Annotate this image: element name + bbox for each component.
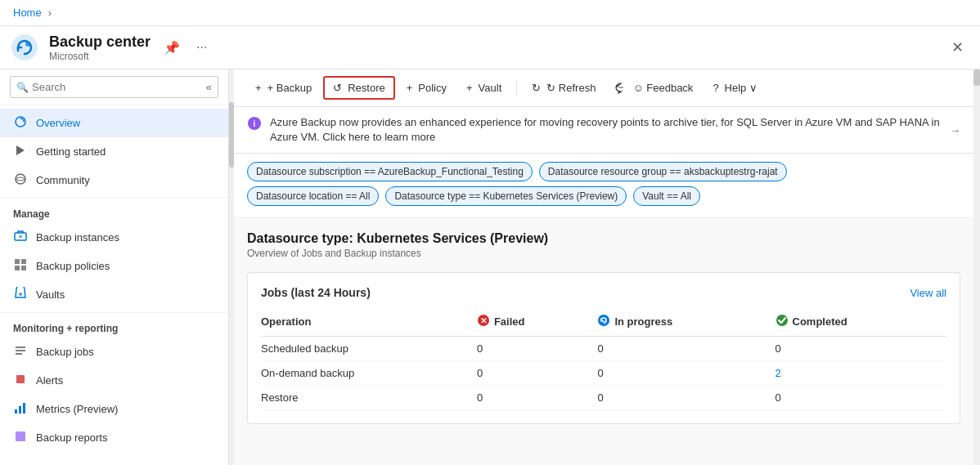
svg-rect-8 [21,259,26,264]
sidebar-label-backup-reports: Backup reports [36,431,107,444]
filter-row-1: Datasource subscription == AzureBackup_F… [247,162,960,181]
svg-rect-18 [23,403,25,414]
backup-center-icon [10,33,39,62]
getting-started-icon [13,144,28,159]
row3-operation: Restore [261,386,477,410]
alerts-icon [13,373,28,388]
help-button[interactable]: ? Help ∨ [704,78,766,98]
backup-label: + Backup [267,82,312,94]
community-icon [13,172,28,188]
toolbar: + + Backup ↺ Restore + Policy + Vault ↻ … [234,69,973,107]
in-progress-col-label: In progress [614,315,672,328]
completed-status-icon [775,314,789,329]
section-title: Datasource type: Kubernetes Services (Pr… [247,231,960,246]
refresh-button[interactable]: ↻ ↻ Refresh [524,78,604,98]
sidebar-item-overview[interactable]: Overview [0,109,228,137]
svg-point-22 [623,87,624,88]
col-operation: Operation [261,309,477,337]
app-subtitle: Microsoft [49,51,151,62]
app-title: Backup center [49,34,151,51]
breadcrumb-separator: › [48,7,52,19]
metrics-icon [13,401,28,417]
manage-section-header: Manage [0,198,228,223]
help-label: Help ∨ [725,82,757,94]
sidebar-label-alerts: Alerts [36,374,63,387]
overview-icon [13,115,28,131]
svg-text:i: i [254,119,256,128]
restore-icon: ↺ [333,82,342,94]
sidebar-label-getting-started: Getting started [36,145,106,158]
sidebar-scrollbar[interactable] [229,69,234,465]
svg-point-11 [19,293,22,296]
backup-button[interactable]: + + Backup [247,78,320,98]
row1-operation: Scheduled backup [261,337,477,361]
filter-location-label: Datasource location == All [256,190,370,202]
filter-chip-datasource-type[interactable]: Datasource type == Kubernetes Services (… [385,186,627,206]
feedback-label: ☺ Feedback [632,82,693,94]
content-scrollbar[interactable] [973,69,980,465]
jobs-header: Jobs (last 24 Hours) View all [261,286,946,299]
sidebar-item-backup-policies[interactable]: Backup policies [0,252,228,280]
search-input[interactable] [10,76,218,98]
sidebar-nav: Overview Getting started Community Manag… [0,105,228,455]
main-content: Datasource type: Kubernetes Services (Pr… [234,218,973,465]
refresh-label: ↻ Refresh [546,82,596,94]
view-all-link[interactable]: View all [910,287,946,299]
row2-failed: 0 [477,361,598,386]
row1-failed: 0 [477,337,598,361]
more-button[interactable]: ··· [193,37,210,58]
feedback-button[interactable]: ☺ Feedback [607,78,701,99]
svg-marker-3 [16,145,25,155]
app-header: Backup center Microsoft 📌 ··· ✕ [0,26,980,69]
sidebar-item-backup-reports[interactable]: Backup reports [0,423,228,452]
vault-button[interactable]: + Vault [458,78,510,98]
col-in-progress: In progress [597,309,775,337]
sidebar-item-backup-jobs[interactable]: Backup jobs [0,338,228,366]
row2-completed[interactable]: 2 [775,361,947,386]
sidebar-item-vaults[interactable]: Vaults [0,280,228,309]
sidebar-item-alerts[interactable]: Alerts [0,366,228,395]
refresh-icon: ↻ [532,82,541,94]
filter-chip-subscription[interactable]: Datasource subscription == AzureBackup_F… [247,162,533,181]
sidebar-item-getting-started[interactable]: Getting started [0,137,228,166]
jobs-table: Operation ✕ Failed [261,309,946,410]
backup-reports-icon [13,430,28,445]
sidebar-search-area: 🔍 « [0,69,228,105]
filter-resource-group-label: Datasource resource group == aksbackupte… [548,166,778,177]
restore-button[interactable]: ↺ Restore [323,76,395,100]
sidebar-item-community[interactable]: Community [0,166,228,194]
filter-subscription-label: Datasource subscription == AzureBackup_F… [256,166,524,177]
row3-in-progress: 0 [597,386,775,410]
notification-icon: i [247,116,262,134]
backup-jobs-icon [13,344,28,360]
row3-failed: 0 [477,386,598,410]
notification-arrow[interactable]: → [950,124,960,136]
sidebar-item-backup-instances[interactable]: Backup instances [0,223,228,252]
jobs-table-header-row: Operation ✕ Failed [261,309,946,337]
svg-rect-17 [19,406,21,414]
in-progress-status-icon [597,314,610,329]
collapse-sidebar-button[interactable]: « [206,81,212,93]
table-row: Scheduled backup 0 0 0 [261,337,946,361]
policy-button[interactable]: + Policy [398,78,455,98]
vault-label: Vault [479,82,502,94]
pin-button[interactable]: 📌 [160,37,183,59]
breadcrumb-home[interactable]: Home [13,7,42,19]
backup-policies-icon [13,258,28,274]
completed-col-label: Completed [793,315,847,328]
svg-rect-15 [16,375,25,383]
row1-in-progress: 0 [597,337,775,361]
filter-chip-vault[interactable]: Vault == All [633,186,700,206]
jobs-card: Jobs (last 24 Hours) View all Operation … [247,272,960,424]
svg-rect-9 [15,266,20,271]
filter-chip-resource-group[interactable]: Datasource resource group == aksbackupte… [539,162,787,181]
notification-text[interactable]: Azure Backup now provides an enhanced ex… [270,115,950,145]
close-button[interactable]: ✕ [948,35,967,60]
table-row: Restore 0 0 0 [261,386,946,410]
filter-chip-location[interactable]: Datasource location == All [247,186,379,206]
svg-rect-7 [15,259,20,264]
policy-icon: + [407,82,413,94]
row3-completed: 0 [775,386,947,410]
col-failed: ✕ Failed [477,309,598,337]
sidebar-item-metrics[interactable]: Metrics (Preview) [0,395,228,423]
